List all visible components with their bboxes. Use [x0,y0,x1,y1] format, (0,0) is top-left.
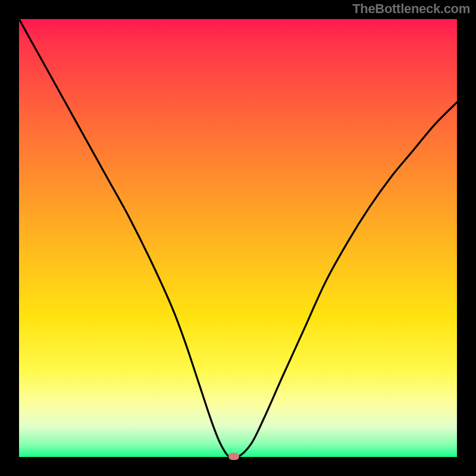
bottleneck-curve [19,19,457,457]
minimum-marker [228,453,239,460]
chart-frame: TheBottleneck.com [0,0,476,476]
plot-area [19,19,457,457]
watermark-text: TheBottleneck.com [352,1,470,17]
